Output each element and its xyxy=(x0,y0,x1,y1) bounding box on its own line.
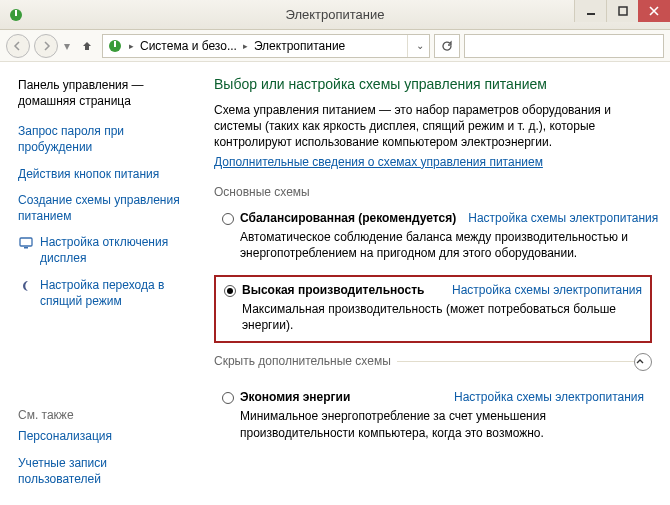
breadcrumb-item-power[interactable]: Электропитание xyxy=(254,39,345,53)
power-options-icon xyxy=(8,7,24,23)
refresh-button[interactable] xyxy=(434,34,460,58)
minimize-button[interactable] xyxy=(574,0,606,22)
history-dropdown-icon[interactable]: ▾ xyxy=(64,39,70,53)
intro-text: Схема управления питанием — это набор па… xyxy=(214,102,652,151)
titlebar: Электропитание xyxy=(0,0,670,30)
close-button[interactable] xyxy=(638,0,670,22)
config-link-power-saver[interactable]: Настройка схемы электропитания xyxy=(454,390,644,404)
plan-name[interactable]: Сбалансированная (рекомендуется) xyxy=(240,211,456,225)
monitor-icon xyxy=(18,234,34,266)
sidebar-item-label[interactable]: Настройка перехода в спящий режим xyxy=(40,277,184,309)
navbar: ▾ ▸ Система и безо... ▸ Электропитание ⌄ xyxy=(0,30,670,62)
plan-power-saver: Экономия энергии Настройка схемы электро… xyxy=(214,384,652,448)
section-label-text: Основные схемы xyxy=(214,185,316,199)
section-additional-plans: Скрыть дополнительные схемы xyxy=(214,361,652,378)
window-controls xyxy=(574,0,670,22)
sidebar: Панель управления — домашняя страница За… xyxy=(0,62,196,505)
more-info-link[interactable]: Дополнительные сведения о схемах управле… xyxy=(214,155,543,169)
see-also-personalization[interactable]: Персонализация xyxy=(18,428,184,444)
svg-rect-5 xyxy=(114,41,116,47)
section-label-text: Скрыть дополнительные схемы xyxy=(214,354,397,368)
moon-icon xyxy=(18,277,34,309)
see-also-section: См. также Персонализация Учетные записи … xyxy=(18,408,184,497)
plan-desc: Автоматическое соблюдение баланса между … xyxy=(240,229,644,261)
sidebar-item-sleep[interactable]: Настройка перехода в спящий режим xyxy=(18,277,184,309)
svg-rect-7 xyxy=(24,247,28,249)
control-panel-home[interactable]: Панель управления — домашняя страница xyxy=(18,78,184,109)
config-link-high-perf[interactable]: Настройка схемы электропитания xyxy=(452,283,642,297)
see-also-user-accounts[interactable]: Учетные записи пользователей xyxy=(18,455,184,487)
config-link-balanced[interactable]: Настройка схемы электропитания xyxy=(468,211,658,225)
radio-balanced[interactable] xyxy=(222,213,234,225)
plan-high-performance: Высокая производительность Настройка схе… xyxy=(214,275,652,343)
sidebar-item-display-off[interactable]: Настройка отключения дисплея xyxy=(18,234,184,266)
control-panel-icon xyxy=(107,38,123,54)
window-title: Электропитание xyxy=(0,7,670,22)
chevron-right-icon: ▸ xyxy=(129,41,134,51)
sidebar-item-buttons[interactable]: Действия кнопок питания xyxy=(18,166,184,182)
up-button[interactable] xyxy=(76,35,98,57)
plan-balanced: Сбалансированная (рекомендуется) Настрой… xyxy=(214,205,652,269)
svg-rect-1 xyxy=(15,10,17,16)
content-body: Панель управления — домашняя страница За… xyxy=(0,62,670,505)
plan-name[interactable]: Экономия энергии xyxy=(240,390,350,404)
page-title: Выбор или настройка схемы управления пит… xyxy=(214,76,652,92)
breadcrumb[interactable]: ▸ Система и безо... ▸ Электропитание ⌄ xyxy=(102,34,430,58)
svg-rect-3 xyxy=(619,7,627,15)
forward-button[interactable] xyxy=(34,34,58,58)
maximize-button[interactable] xyxy=(606,0,638,22)
main-content: Выбор или настройка схемы управления пит… xyxy=(196,62,670,505)
back-button[interactable] xyxy=(6,34,30,58)
svg-rect-2 xyxy=(587,13,595,15)
chevron-right-icon: ▸ xyxy=(243,41,248,51)
plan-name[interactable]: Высокая производительность xyxy=(242,283,424,297)
plan-desc: Минимальное энергопотребление за счет ум… xyxy=(240,408,644,440)
section-basic-plans: Основные схемы xyxy=(214,183,652,199)
see-also-label: См. также xyxy=(18,408,184,422)
radio-power-saver[interactable] xyxy=(222,392,234,404)
sidebar-item-create-plan[interactable]: Создание схемы управления питанием xyxy=(18,192,184,224)
sidebar-item-label[interactable]: Настройка отключения дисплея xyxy=(40,234,184,266)
breadcrumb-item-system[interactable]: Система и безо... xyxy=(140,39,237,53)
svg-rect-6 xyxy=(20,238,32,246)
radio-high-perf[interactable] xyxy=(224,285,236,297)
plan-desc: Максимальная производительность (может п… xyxy=(242,301,642,333)
breadcrumb-dropdown-icon[interactable]: ⌄ xyxy=(407,35,425,57)
collapse-toggle[interactable] xyxy=(634,353,652,371)
sidebar-item-password[interactable]: Запрос пароля при пробуждении xyxy=(18,123,184,155)
search-input[interactable] xyxy=(464,34,664,58)
